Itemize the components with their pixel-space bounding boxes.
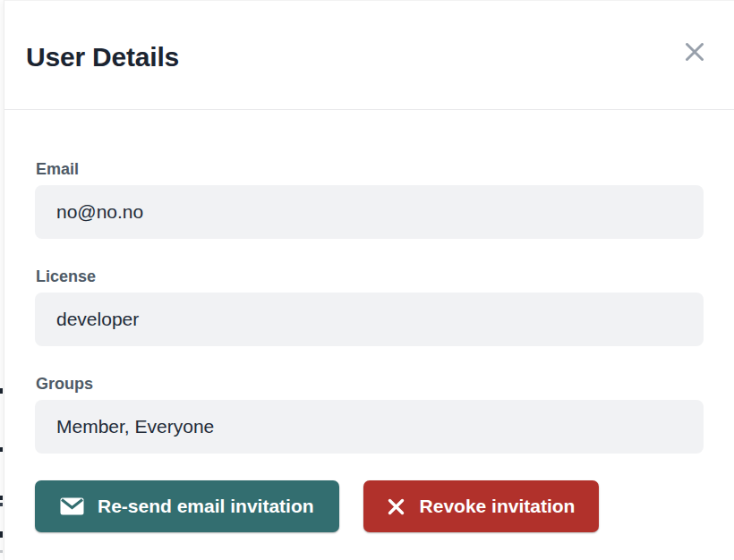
field-email: Email (35, 158, 704, 239)
groups-field[interactable] (35, 400, 704, 454)
modal-header: User Details (4, 1, 734, 109)
background-artifact (0, 496, 3, 500)
field-license: License (35, 266, 704, 346)
background-artifact (0, 447, 3, 452)
modal-body: Email License Groups (4, 110, 734, 532)
email-field[interactable] (35, 185, 704, 239)
modal-title: User Details (26, 42, 179, 72)
x-icon (388, 498, 405, 515)
license-label: License (35, 266, 704, 287)
resend-invitation-button[interactable]: Re-send email invitation (35, 480, 339, 532)
close-x-icon (685, 43, 704, 61)
background-artifact (0, 531, 3, 538)
revoke-invitation-button[interactable]: Revoke invitation (363, 480, 600, 532)
background-artifact (0, 550, 3, 553)
background-artifact (0, 503, 3, 506)
background-artifact (0, 388, 3, 394)
field-groups: Groups (35, 373, 704, 454)
user-details-modal: User Details Email License Groups (4, 0, 734, 560)
groups-label: Groups (35, 373, 704, 395)
screen: User Details Email License Groups (0, 0, 734, 560)
license-field[interactable] (35, 293, 704, 346)
close-button[interactable] (681, 38, 708, 65)
action-buttons-row: Re-send email invitation Revoke invitati… (35, 480, 704, 532)
resend-button-label: Re-send email invitation (98, 496, 314, 517)
revoke-button-label: Revoke invitation (420, 496, 576, 517)
email-label: Email (35, 158, 704, 180)
envelope-icon (60, 497, 84, 515)
